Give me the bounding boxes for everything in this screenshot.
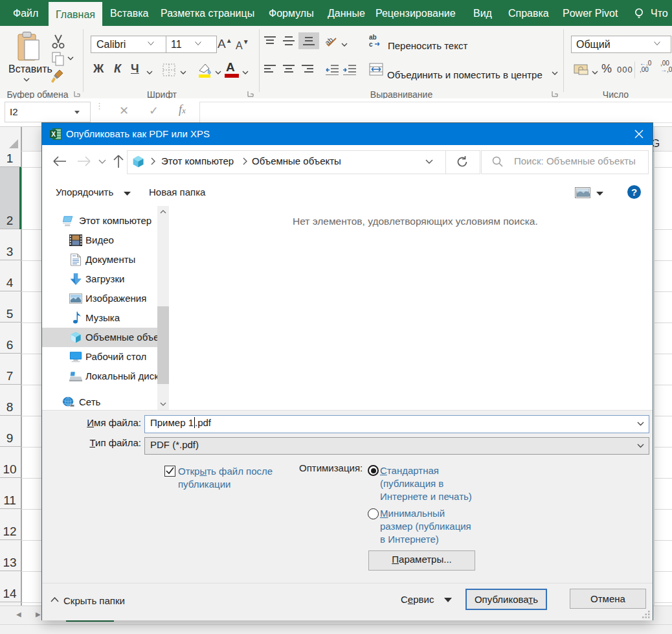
svg-text:ab: ab [369,34,377,41]
svg-text:X: X [51,131,56,138]
svg-text:c: c [369,41,373,48]
